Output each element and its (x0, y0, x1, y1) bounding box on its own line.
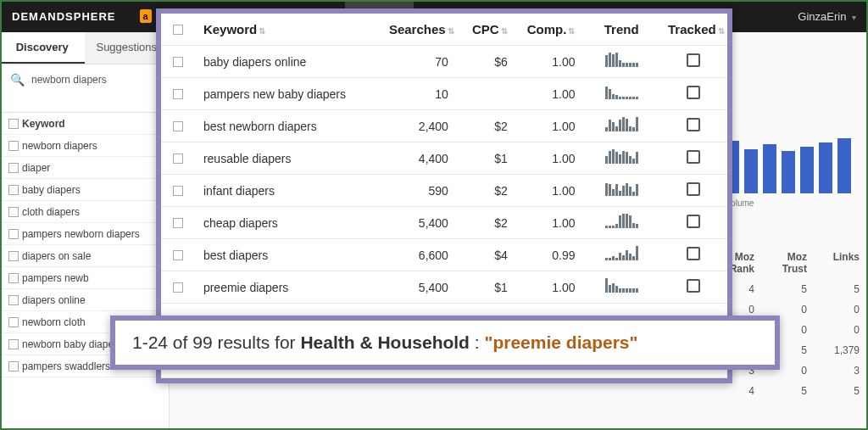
cell-moztrust: 0 (763, 304, 807, 316)
search-value: newborn diapers (31, 74, 107, 86)
cell-searches: 5,400 (381, 281, 457, 294)
cell-trend (584, 279, 660, 295)
cell-comp: 1.00 (516, 184, 584, 198)
checkbox[interactable] (173, 89, 183, 99)
sidebar: Discovery Suggestions 🔍 newborn diapers … (0, 32, 170, 430)
cell-trend (584, 118, 660, 134)
checkbox[interactable] (8, 361, 19, 371)
cell-comp: 1.00 (516, 281, 584, 294)
table-row: pampers new baby diapers101.00 (161, 78, 727, 110)
sort-icon: ⇅ (568, 26, 575, 36)
chart-bar (763, 144, 776, 193)
list-item[interactable]: cloth diapers (0, 201, 169, 223)
results-sep: : (470, 332, 485, 352)
chart-bar (800, 147, 814, 193)
cell-cpc: $1 (457, 152, 516, 165)
table-row: cheap diapers5,400$21.00 (161, 207, 727, 239)
list-item[interactable]: pampers newb (0, 267, 169, 289)
list-item[interactable]: diapers online (0, 289, 169, 311)
table-row: best newborn diapers2,400$21.00 (161, 110, 727, 142)
checkbox[interactable] (173, 186, 183, 196)
cell-trend (584, 53, 660, 70)
checkbox[interactable] (8, 185, 19, 195)
checkbox[interactable] (8, 163, 19, 173)
checkbox[interactable] (8, 141, 19, 151)
cell-links: 5 (815, 385, 860, 397)
tracked-checkbox[interactable] (687, 247, 700, 260)
table-row: baby diapers online70$61.00 (161, 46, 727, 78)
col-tracked[interactable]: Tracked⇅ (659, 22, 727, 36)
tracked-checkbox[interactable] (687, 118, 700, 131)
cell-trend (584, 247, 660, 263)
cell-searches: 2,400 (381, 120, 457, 133)
tab-discovery[interactable]: Discovery (0, 32, 85, 64)
checkbox[interactable] (173, 250, 183, 260)
col-cpc[interactable]: CPC⇅ (457, 22, 516, 36)
sparkline-icon (605, 247, 638, 260)
checkbox[interactable] (8, 273, 19, 283)
list-item[interactable]: baby diapers (0, 179, 169, 201)
checkbox-all[interactable] (173, 25, 183, 35)
sort-icon: ⇅ (501, 26, 508, 36)
chart-bar (837, 138, 851, 193)
col-moztrust: Moz Trust (763, 251, 807, 275)
checkbox[interactable] (173, 282, 183, 293)
results-term: "preemie diapers" (484, 332, 637, 352)
checkbox[interactable] (8, 229, 19, 239)
col-searches[interactable]: Searches⇅ (381, 22, 457, 36)
tracked-checkbox[interactable] (687, 182, 700, 196)
col-comp[interactable]: Comp.⇅ (516, 22, 584, 36)
cell-comp: 1.00 (516, 216, 584, 230)
tracked-checkbox[interactable] (687, 150, 700, 164)
cell-links: 1,379 (815, 344, 860, 356)
list-item[interactable]: diapers on sale (0, 245, 169, 267)
list-item[interactable]: diaper (0, 157, 169, 179)
tracked-checkbox[interactable] (687, 215, 700, 228)
cell-cpc: $2 (457, 120, 516, 133)
checkbox[interactable] (8, 339, 19, 349)
checkbox[interactable] (8, 251, 19, 261)
chart-label: Volume (726, 198, 853, 208)
table-row: infant diapers590$21.00 (161, 175, 727, 207)
checkbox[interactable] (8, 207, 19, 217)
cell-trend (584, 86, 660, 102)
chart-bar (819, 142, 832, 193)
table-row: reusable diapers4,400$11.00 (161, 142, 727, 175)
keyword-label: cloth diapers (22, 206, 164, 218)
checkbox[interactable] (173, 218, 183, 228)
checkbox[interactable] (8, 317, 19, 327)
tracked-checkbox[interactable] (687, 279, 700, 293)
sparkline-icon (605, 279, 638, 293)
site-icon: a (140, 9, 152, 23)
list-item[interactable]: pampers newborn diapers (0, 223, 169, 245)
search-input[interactable]: 🔍 newborn diapers (0, 64, 169, 95)
checkbox[interactable] (8, 119, 19, 129)
tracked-checkbox[interactable] (687, 86, 700, 99)
tracked-checkbox[interactable] (687, 53, 700, 67)
keyword-label: diaper (22, 162, 164, 174)
col-keyword[interactable]: Keyword⇅ (195, 22, 381, 36)
sparkline-icon (605, 118, 638, 131)
checkbox[interactable] (173, 154, 183, 164)
checkbox[interactable] (8, 295, 19, 305)
chevron-down-icon: ▾ (852, 13, 856, 22)
table-row: 455 (710, 283, 860, 295)
table-row: 000 (710, 304, 860, 316)
cell-comp: 1.00 (516, 55, 584, 69)
cell-moztrust: 5 (763, 283, 807, 295)
cell-trend (584, 215, 660, 231)
cell-links: 0 (815, 304, 860, 316)
user-menu[interactable]: GinzaErin ▾ (798, 10, 856, 23)
keyword-label: newborn diapers (22, 140, 164, 152)
col-links: Links (815, 251, 860, 275)
list-item[interactable]: newborn diapers (0, 135, 169, 157)
cell-searches: 4,400 (381, 152, 457, 165)
keyword-list-header: Keyword (22, 118, 164, 130)
keyword-label: diapers on sale (22, 250, 164, 262)
sparkline-icon (605, 182, 638, 196)
checkbox[interactable] (173, 57, 183, 67)
cell-links: 0 (815, 324, 860, 336)
sparkline-icon (605, 215, 638, 228)
cell-mozrank: 4 (710, 385, 754, 397)
checkbox[interactable] (173, 121, 183, 131)
